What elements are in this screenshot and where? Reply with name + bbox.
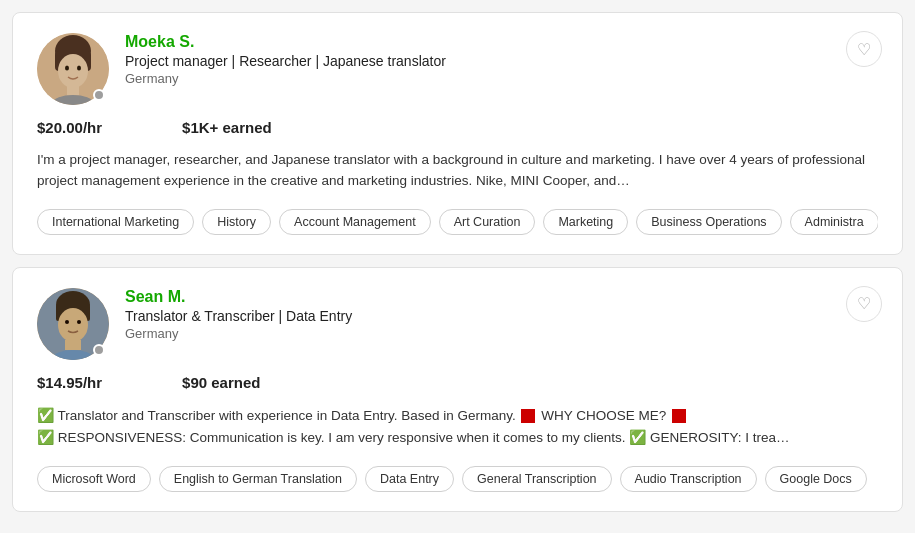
card-header: Sean M. Translator & Transcriber | Data … — [37, 288, 878, 360]
tag-business-operations[interactable]: Business Operations — [636, 209, 781, 235]
svg-point-5 — [77, 66, 81, 71]
svg-rect-14 — [65, 340, 81, 350]
desc-text-2: WHY CHOOSE ME? — [541, 408, 670, 423]
profile-info: Moeka S. Project manager | Researcher | … — [125, 33, 878, 86]
svg-point-12 — [65, 320, 69, 324]
tag-account-management[interactable]: Account Management — [279, 209, 431, 235]
check-icon-1: ✅ — [37, 407, 54, 423]
red-icon-1 — [521, 409, 535, 423]
status-indicator — [93, 89, 105, 101]
tag-art-curation[interactable]: Art Curation — [439, 209, 536, 235]
tag-general-transcription[interactable]: General Transcription — [462, 466, 612, 492]
tag-audio-transcription[interactable]: Audio Transcription — [620, 466, 757, 492]
freelancer-description: I'm a project manager, researcher, and J… — [37, 150, 878, 192]
tag-english-german[interactable]: English to German Translation — [159, 466, 357, 492]
check-icon-2: ✅ — [37, 429, 54, 445]
profile-info: Sean M. Translator & Transcriber | Data … — [125, 288, 878, 341]
card-header: Moeka S. Project manager | Researcher | … — [37, 33, 878, 105]
svg-point-13 — [77, 320, 81, 324]
freelancer-location: Germany — [125, 71, 878, 86]
tag-google-docs[interactable]: Google Docs — [765, 466, 867, 492]
favorite-button[interactable]: ♡ — [846, 31, 882, 67]
tag-international-marketing[interactable]: International Marketing — [37, 209, 194, 235]
freelancer-list: Moeka S. Project manager | Researcher | … — [12, 12, 903, 524]
tag-data-entry[interactable]: Data Entry — [365, 466, 454, 492]
avatar-wrapper — [37, 33, 109, 105]
hourly-rate: $20.00/hr — [37, 119, 102, 136]
earned-amount: $90 earned — [182, 374, 260, 391]
freelancer-card-moeka: Moeka S. Project manager | Researcher | … — [12, 12, 903, 255]
tag-marketing[interactable]: Marketing — [543, 209, 628, 235]
desc-text-1: Translator and Transcriber with experien… — [58, 408, 520, 423]
tag-history[interactable]: History — [202, 209, 271, 235]
avatar-wrapper — [37, 288, 109, 360]
earned-amount: $1K+ earned — [182, 119, 272, 136]
skills-tags: Microsoft Word English to German Transla… — [37, 465, 878, 493]
freelancer-title: Project manager | Researcher | Japanese … — [125, 53, 878, 69]
freelancer-location: Germany — [125, 326, 878, 341]
freelancer-card-sean: Sean M. Translator & Transcriber | Data … — [12, 267, 903, 512]
red-icon-2 — [672, 409, 686, 423]
stats-row: $14.95/hr $90 earned — [37, 374, 878, 391]
tag-administra[interactable]: Administra — [790, 209, 878, 235]
freelancer-name[interactable]: Sean M. — [125, 288, 878, 306]
svg-point-11 — [58, 308, 88, 342]
tag-microsoft-word[interactable]: Microsoft Word — [37, 466, 151, 492]
freelancer-name[interactable]: Moeka S. — [125, 33, 878, 51]
svg-rect-6 — [67, 85, 79, 95]
check-icon-3: ✅ — [629, 429, 646, 445]
status-indicator — [93, 344, 105, 356]
freelancer-description: ✅ Translator and Transcriber with experi… — [37, 405, 878, 449]
favorite-button[interactable]: ♡ — [846, 286, 882, 322]
hourly-rate: $14.95/hr — [37, 374, 102, 391]
freelancer-title: Translator & Transcriber | Data Entry — [125, 308, 878, 324]
desc-text-3: RESPONSIVENESS: Communication is key. I … — [58, 430, 629, 445]
stats-row: $20.00/hr $1K+ earned — [37, 119, 878, 136]
svg-point-3 — [58, 54, 88, 88]
skills-tags: International Marketing History Account … — [37, 208, 878, 236]
desc-text-4: GENEROSITY: I trea… — [650, 430, 790, 445]
svg-point-4 — [65, 66, 69, 71]
